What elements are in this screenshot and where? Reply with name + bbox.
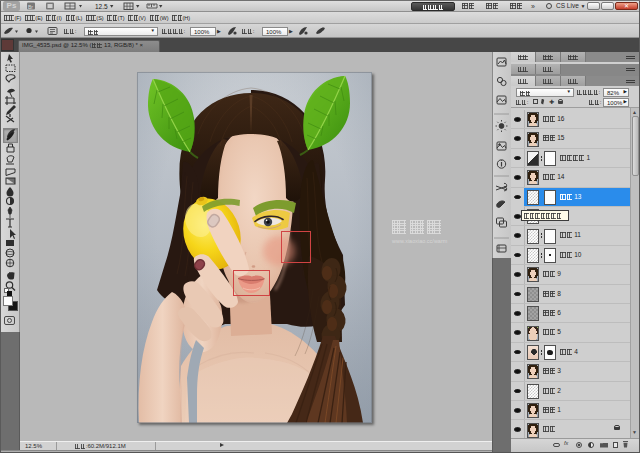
- svg-text:12.5: 12.5: [95, 3, 108, 10]
- svg-text:Br: Br: [28, 4, 33, 10]
